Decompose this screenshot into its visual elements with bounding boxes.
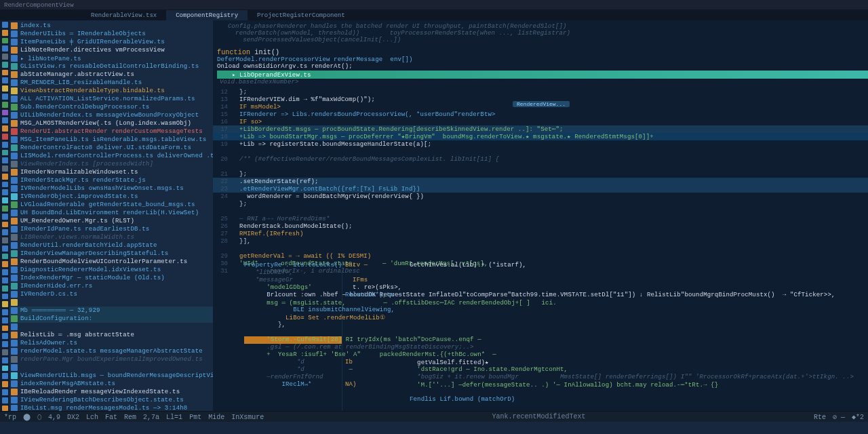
code-line[interactable]: 17 +LibBorderedSt.msgs — procBoundState.…: [213, 125, 868, 133]
split-line[interactable]: [410, 299, 868, 307]
split-line[interactable]: GetchInves.al(Lib).+ (*istarf),: [410, 262, 868, 269]
split-line[interactable]: LiBo≡ Set .renderModelLib①: [244, 314, 342, 321]
split-line[interactable]: [345, 299, 406, 307]
gutter-icon[interactable]: [2, 38, 8, 44]
gutter-icon[interactable]: [2, 277, 8, 283]
gutter-icon[interactable]: [2, 30, 8, 36]
file-tree-item[interactable]: ViewRenderUILib.msgs — boundRenderMessag…: [9, 372, 213, 380]
inline-hint-tag[interactable]: RenderedView...: [513, 100, 570, 108]
code-line[interactable]: 18 +Lib => boundStartMgr.msgs — procDefe…: [213, 133, 868, 140]
gutter-icon[interactable]: [2, 294, 8, 300]
code-line[interactable]: 25 — RNI a→→ HoreRiredDims*: [213, 215, 868, 222]
code-line[interactable]: };: [213, 200, 868, 208]
split-line[interactable]: 'modelGDbgs': [244, 284, 342, 292]
split-line[interactable]: [410, 292, 868, 299]
file-tree-item[interactable]: [9, 323, 213, 331]
gutter-icon[interactable]: [2, 125, 8, 132]
split-line[interactable]: [410, 277, 868, 284]
split-line[interactable]: Ib: [345, 359, 406, 366]
file-tree-item[interactable]: IVRenderObject.improvedState.ts: [9, 193, 213, 201]
gutter-icon[interactable]: [2, 22, 8, 28]
code-line[interactable]: 19 +Lib => registerState.boundMessageHan…: [213, 140, 868, 148]
file-tree-item[interactable]: Sub.RenderControlDebugProcessor.ts: [9, 103, 213, 111]
file-tree-item[interactable]: [9, 363, 213, 372]
gutter-icon[interactable]: [2, 333, 8, 339]
file-tree-item[interactable]: IRenderStackMgr.ts renderState.js: [9, 176, 213, 184]
file-tree-item[interactable]: abStateManager.abstractView.ts: [9, 71, 213, 79]
gutter-icon[interactable]: [2, 326, 8, 332]
file-tree-item[interactable]: LVGloadRenderable getRenderState_bound_m…: [9, 201, 213, 209]
gutter-icon[interactable]: [2, 165, 8, 172]
file-tree-item[interactable]: LIBRender.views.normalWidth.ts: [9, 233, 213, 241]
split-line[interactable]: [345, 351, 406, 359]
file-tree-item[interactable]: IViewRenderingBatchDescribesObject.state…: [9, 396, 213, 404]
split-line[interactable]: },: [244, 321, 342, 329]
split-mid-pane[interactable]: Batv — IFms t. re>(sPks>,RelstLib*),tx —…: [342, 262, 406, 411]
split-line[interactable]: 'M.[''...] —defer(messageState.. .) '— I…: [410, 381, 868, 389]
split-line[interactable]: [410, 344, 868, 351]
gutter-icon[interactable]: [2, 85, 8, 92]
tab-1[interactable]: ComponentRegistry: [166, 10, 248, 20]
file-tree-item[interactable]: UILibRenderIndex.ts messageViewBoundProx…: [9, 111, 213, 119]
split-line[interactable]: [345, 329, 406, 336]
gutter-icon[interactable]: [2, 54, 8, 60]
gutter-icon[interactable]: [2, 45, 8, 52]
gutter-icon[interactable]: [2, 317, 8, 323]
code-line[interactable]: 28 }],: [213, 237, 868, 245]
split-left-pane[interactable]: PropertyRe : its.toLocks() *libOkEf>, *m…: [213, 262, 342, 411]
gutter-icon[interactable]: [2, 70, 8, 76]
gutter-icon[interactable]: [2, 397, 8, 403]
file-tree-item[interactable]: RenderUILibs ═ IRenderableObjects: [9, 30, 213, 38]
split-line[interactable]: PropertyRe : its.toLocks(): [244, 262, 342, 269]
file-tree-item[interactable]: IBeReloadRender messageViewIndexedState.…: [9, 388, 213, 396]
file-explorer-sidebar[interactable]: index.tsRenderUILibs ═ IRenderableObject…: [9, 20, 213, 411]
code-line[interactable]: 15 IFRenderer => Libs.rendersBoundProces…: [213, 111, 868, 118]
gutter-icon[interactable]: [2, 157, 8, 163]
file-tree-item[interactable]: IBeList.msg renderMessagesModel.ts —> 3:…: [9, 404, 213, 411]
split-line[interactable]: [345, 336, 406, 344]
file-tree-item[interactable]: indexRenderMsgABMstate.ts: [9, 380, 213, 388]
split-line[interactable]: getValSelf.fitted)★: [410, 359, 868, 366]
file-tree-item[interactable]: IndexRenderMgr — staticModule (Old.ts): [9, 274, 213, 282]
gutter-icon[interactable]: [2, 269, 8, 275]
gutter-icon[interactable]: [2, 341, 8, 347]
gutter-icon[interactable]: [2, 237, 8, 243]
gutter-icon[interactable]: [2, 261, 8, 267]
code-line[interactable]: [213, 148, 868, 155]
split-line[interactable]: *d: [244, 366, 342, 374]
split-line[interactable]: [410, 336, 868, 344]
split-line[interactable]: [345, 374, 406, 381]
split-line[interactable]: RelstLib*),tx —: [345, 292, 406, 299]
gutter-icon[interactable]: [2, 309, 8, 315]
file-tree-item[interactable]: [9, 298, 213, 307]
split-line[interactable]: IReclM⨝*: [244, 381, 342, 389]
file-tree-item[interactable]: ItemPaneLibs ╪ GridUIRenderableView.ts: [9, 38, 213, 46]
split-line[interactable]: [410, 314, 868, 321]
split-line[interactable]: 'Storm.-CufeRslt[28] RI tryIdx(ms 'batch…: [244, 336, 342, 344]
split-line[interactable]: Fendlis Lif.bownd (matchOrD): [410, 396, 868, 403]
file-tree-item[interactable]: BuildConfiguration:: [9, 315, 213, 323]
file-tree-item[interactable]: LISModel.renderControllerProcess.ts deli…: [9, 152, 213, 160]
code-line[interactable]: [213, 245, 868, 252]
gutter-icon[interactable]: [2, 357, 8, 363]
gutter-icon[interactable]: [2, 174, 8, 180]
split-line[interactable]: [345, 344, 406, 351]
split-line[interactable]: Batv —: [345, 262, 406, 269]
split-line[interactable]: [345, 307, 406, 314]
split-line[interactable]: 'dstRace!grd — Ino.state.RenderMgtconHt,: [410, 366, 868, 374]
gutter-icon[interactable]: [2, 197, 8, 203]
code-line[interactable]: 27 RMIRef.(IRefresh): [213, 230, 868, 237]
code-line[interactable]: 20 /** (#effectiveRenderer/renderBoundMe…: [213, 155, 868, 163]
code-line[interactable]: 12 };: [213, 88, 868, 96]
split-line[interactable]: [410, 269, 868, 277]
gutter-icon[interactable]: [2, 205, 8, 212]
code-line[interactable]: 24 wordRenderer = boundBatchMgrView(rend…: [213, 193, 868, 200]
split-line[interactable]: [345, 314, 406, 321]
split-line[interactable]: *libOkEf>,: [244, 269, 342, 277]
tab-2[interactable]: ProjectRegisterComponent: [248, 10, 355, 20]
split-line[interactable]: *bogSiz + it.renew boundMgr MmstState[] …: [410, 374, 868, 381]
file-tree-item[interactable]: IRenderHided.err.rs: [9, 282, 213, 290]
gutter-icon[interactable]: [2, 406, 8, 412]
file-tree-item[interactable]: RenderBoundModelViewUIControllerParamete…: [9, 258, 213, 266]
split-line[interactable]: *d: [244, 359, 342, 366]
